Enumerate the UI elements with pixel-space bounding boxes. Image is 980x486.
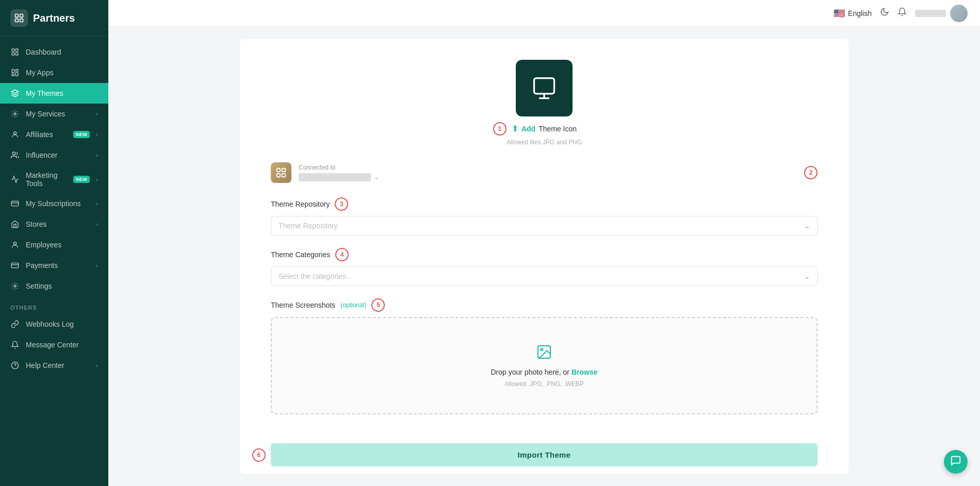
others-section-label: OTHERS — [0, 296, 108, 314]
chevron-icon: › — [96, 221, 98, 227]
sidebar-item-marketing-tools[interactable]: Marketing Tools NEW › — [0, 165, 108, 193]
brand-title: Partners — [33, 12, 75, 24]
sidebar: Partners Dashboard My Apps My Themes M — [0, 0, 108, 486]
svg-rect-3 — [20, 19, 23, 22]
theme-repository-select-wrapper: Theme Repository ⌄ — [271, 216, 818, 236]
theme-categories-field: Theme Categories 4 Select the categories… — [271, 248, 818, 286]
my-apps-icon — [10, 68, 20, 77]
sidebar-item-label: Settings — [26, 282, 98, 290]
sidebar-item-settings[interactable]: Settings — [0, 276, 108, 296]
sidebar-item-label: Marketing Tools — [26, 171, 67, 188]
browse-link[interactable]: Browse — [571, 368, 598, 376]
sidebar-item-label: Employees — [26, 241, 98, 249]
step-4-badge: 4 — [335, 248, 349, 261]
chevron-icon: › — [96, 111, 98, 117]
svg-rect-23 — [282, 169, 285, 172]
svg-rect-22 — [277, 169, 280, 172]
svg-rect-15 — [11, 201, 18, 206]
step-6-badge: 6 — [252, 448, 266, 462]
chevron-icon: › — [96, 200, 98, 207]
new-badge: NEW — [73, 176, 90, 183]
drop-zone-allowed: Allowed .JPG, .PNG, .WEBP — [504, 380, 583, 388]
new-badge: NEW — [73, 131, 90, 138]
svg-rect-7 — [15, 53, 18, 55]
stores-icon — [10, 220, 20, 229]
influencer-icon — [10, 150, 20, 160]
sidebar-item-employees[interactable]: Employees — [0, 234, 108, 255]
connected-info: Connected to ⌄ — [299, 164, 797, 181]
theme-icon-area: 1 ⬆ Add Theme Icon Allowed files JPG and… — [271, 60, 818, 146]
user-avatar[interactable] — [950, 5, 968, 22]
sidebar-item-my-apps[interactable]: My Apps — [0, 62, 108, 83]
content-area: 1 ⬆ Add Theme Icon Allowed files JPG and… — [108, 27, 980, 486]
svg-rect-24 — [277, 174, 280, 177]
brand-logo[interactable]: Partners — [0, 0, 108, 37]
sidebar-item-label: Help Center — [26, 361, 90, 370]
import-btn-wrap: 6 Import Theme — [271, 427, 818, 466]
import-theme-button[interactable]: 6 Import Theme — [271, 443, 818, 466]
main-wrapper: 🇺🇸 English — [108, 0, 980, 486]
drop-zone-text: Drop your photo here, or Browse — [491, 368, 598, 376]
svg-rect-0 — [15, 14, 19, 18]
step-5-badge: 5 — [371, 298, 385, 312]
connected-avatar — [271, 162, 291, 183]
my-subscriptions-icon — [10, 199, 20, 208]
sidebar-item-influencer[interactable]: Influencer › — [0, 145, 108, 165]
connected-select-bar — [299, 173, 371, 181]
add-icon-suffix: Theme Icon — [538, 125, 577, 133]
svg-rect-9 — [15, 70, 18, 71]
theme-categories-label: Theme Categories — [271, 250, 330, 259]
sidebar-item-label: My Services — [26, 110, 90, 118]
sidebar-item-my-themes[interactable]: My Themes — [0, 83, 108, 104]
theme-repository-label: Theme Repository — [271, 200, 330, 208]
sidebar-item-help-center[interactable]: Help Center › — [0, 355, 108, 376]
theme-screenshots-field: Theme Screenshots (optional) 5 Drop your… — [271, 298, 818, 414]
svg-rect-1 — [20, 14, 23, 18]
svg-rect-25 — [282, 174, 285, 177]
drop-zone[interactable]: Drop your photo here, or Browse Allowed … — [271, 317, 818, 414]
add-theme-icon-row[interactable]: 1 ⬆ Add Theme Icon — [512, 124, 577, 133]
sidebar-item-my-subscriptions[interactable]: My Subscriptions › — [0, 193, 108, 214]
flag-icon: 🇺🇸 — [834, 8, 845, 19]
sidebar-item-payments[interactable]: Payments › — [0, 255, 108, 276]
sidebar-item-label: Message Center — [26, 341, 98, 349]
theme-categories-select-wrapper: Select the categories... ⌄ — [271, 266, 818, 286]
sidebar-item-dashboard[interactable]: Dashboard — [0, 42, 108, 62]
chevron-icon: › — [96, 262, 98, 269]
svg-rect-6 — [12, 53, 14, 55]
theme-screenshots-label: Theme Screenshots — [271, 301, 335, 309]
sidebar-item-stores[interactable]: Stores › — [0, 214, 108, 234]
svg-point-27 — [541, 348, 543, 350]
dark-mode-icon[interactable] — [880, 7, 889, 19]
sidebar-item-label: My Subscriptions — [26, 199, 90, 208]
sidebar-item-label: Stores — [26, 220, 90, 228]
topbar: 🇺🇸 English — [108, 0, 980, 27]
step-3-badge: 3 — [335, 197, 348, 211]
sidebar-item-label: Payments — [26, 261, 90, 270]
theme-repository-select[interactable]: Theme Repository — [271, 216, 818, 236]
sidebar-item-webhooks-log[interactable]: Webhooks Log — [0, 314, 108, 334]
svg-rect-5 — [15, 49, 18, 52]
theme-categories-select[interactable]: Select the categories... — [271, 266, 818, 286]
connected-to-row: Connected to ⌄ 2 — [271, 162, 818, 183]
chat-bubble[interactable] — [944, 450, 968, 474]
step-2-badge: 2 — [804, 166, 818, 179]
theme-repository-field: Theme Repository 3 Theme Repository ⌄ — [271, 197, 818, 236]
notifications-icon[interactable] — [897, 7, 907, 19]
sidebar-item-label: Influencer — [26, 151, 90, 159]
theme-repository-placeholder: Theme Repository — [279, 222, 337, 230]
user-profile[interactable] — [915, 5, 968, 22]
add-label: Add — [521, 125, 535, 133]
svg-point-13 — [13, 132, 16, 135]
sidebar-item-my-services[interactable]: My Services › — [0, 104, 108, 124]
connected-select-wrap[interactable]: ⌄ — [299, 173, 797, 181]
sidebar-item-affiliates[interactable]: Affiliates NEW › — [0, 124, 108, 145]
svg-point-16 — [13, 242, 16, 245]
form-container: 1 ⬆ Add Theme Icon Allowed files JPG and… — [240, 39, 848, 474]
theme-categories-placeholder: Select the categories... — [279, 272, 352, 280]
webhooks-log-icon — [10, 320, 20, 329]
language-selector[interactable]: 🇺🇸 English — [834, 8, 872, 19]
chevron-icon: › — [96, 131, 98, 138]
user-name — [915, 10, 946, 17]
sidebar-item-message-center[interactable]: Message Center — [0, 334, 108, 355]
